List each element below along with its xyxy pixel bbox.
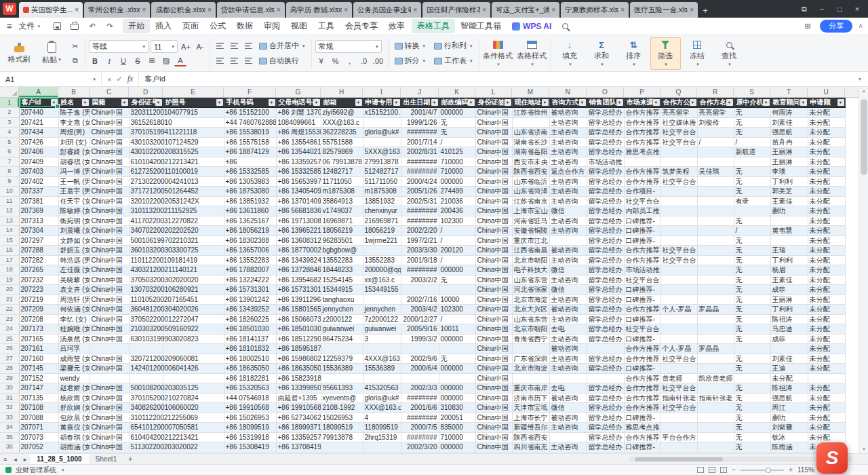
- cell[interactable]: 合作方推荐: [624, 403, 660, 413]
- cell[interactable]: 新航道: [734, 147, 770, 157]
- cell[interactable]: 430321200211140121: [129, 265, 163, 276]
- cell[interactable]: [697, 206, 734, 216]
- cell[interactable]: China中国: [90, 354, 129, 364]
- cell[interactable]: 未分配: [808, 167, 845, 177]
- cell[interactable]: +86 15731301: [224, 285, 276, 295]
- file-tab[interactable]: 医疗五险一金.xlsx×: [630, 2, 698, 18]
- cell[interactable]: 15026953: [321, 413, 363, 423]
- sheet-list-icon[interactable]: ≡: [0, 456, 10, 463]
- cell[interactable]: /: [697, 137, 734, 147]
- decrease-decimal-button[interactable]: .00: [372, 55, 384, 66]
- cell[interactable]: 微信: [549, 403, 587, 413]
- cell[interactable]: /: [439, 137, 475, 147]
- filter-dropdown-icon[interactable]: ▾: [505, 99, 511, 106]
- cell[interactable]: 合作项目-: [624, 187, 660, 197]
- cell[interactable]: 周江: [770, 403, 808, 413]
- print-button[interactable]: [68, 20, 81, 32]
- cell[interactable]: 未分配: [770, 373, 808, 383]
- vertical-align-middle-button[interactable]: [228, 40, 240, 52]
- cell[interactable]: +86 1598680231: [276, 354, 321, 364]
- cell[interactable]: [660, 314, 697, 324]
- cell[interactable]: [697, 216, 734, 226]
- cell[interactable]: 被动咨询: [549, 108, 587, 118]
- cell[interactable]: 王丽淋: [770, 294, 808, 305]
- header-cell[interactable]: 现住地址▾: [512, 98, 549, 108]
- cell[interactable]: China中国: [475, 187, 512, 197]
- cell[interactable]: 未分配: [808, 206, 845, 216]
- cell[interactable]: China中国: [475, 226, 512, 236]
- row-header[interactable]: 18: [0, 265, 19, 276]
- cell[interactable]: China中国: [475, 285, 512, 295]
- cell[interactable]: 82579869: [321, 147, 363, 157]
- cell[interactable]: 留学总经办: [587, 128, 624, 138]
- cell[interactable]: [660, 442, 697, 453]
- cell[interactable]: 主动咨询: [549, 187, 587, 197]
- cell[interactable]: [363, 246, 401, 256]
- cell[interactable]: 个人-罗晶: [660, 344, 697, 354]
- cell[interactable]: 未分配: [808, 413, 845, 423]
- cell[interactable]: 口碑推荐-: [624, 294, 660, 305]
- apps-icon[interactable]: ⊞: [802, 20, 814, 32]
- cell[interactable]: 2003/3/30: [401, 246, 439, 256]
- row-header[interactable]: 2: [0, 108, 19, 118]
- format-painter-button[interactable]: 格式刷: [4, 38, 34, 69]
- filter-dropdown-icon[interactable]: ▾: [616, 99, 623, 106]
- cell[interactable]: 雅思考点推: [624, 423, 660, 433]
- cell[interactable]: 西安市未央: [512, 157, 549, 167]
- cell[interactable]: 广东省深圳: [512, 354, 549, 364]
- align-center-button[interactable]: [228, 55, 240, 66]
- cell[interactable]: 200120: [439, 246, 475, 256]
- cell[interactable]: +86 1971300890: [276, 216, 321, 226]
- cell[interactable]: XXX@163.c: [363, 403, 401, 413]
- cell[interactable]: [129, 344, 163, 354]
- cell[interactable]: ########: [401, 413, 439, 423]
- cell[interactable]: 2001/7/14: [401, 137, 439, 147]
- cell[interactable]: 湖南省长沙: [512, 137, 549, 147]
- cell[interactable]: +86 1565399710: [276, 176, 321, 187]
- column-header-P[interactable]: P: [624, 87, 660, 97]
- cell[interactable]: 主动咨询: [549, 117, 587, 128]
- cell[interactable]: +86 13552283: [224, 255, 276, 265]
- column-header-H[interactable]: H: [321, 87, 363, 97]
- cell[interactable]: China中国: [90, 294, 129, 305]
- cell[interactable]: 留学总经办: [587, 442, 624, 453]
- cell[interactable]: 留学总经办: [587, 423, 624, 433]
- cell[interactable]: 710000: [439, 432, 475, 442]
- cell[interactable]: 留学总经办: [587, 432, 624, 442]
- cell[interactable]: China中国: [475, 354, 512, 364]
- cell[interactable]: China中国: [90, 216, 129, 226]
- cell[interactable]: 社交平台合: [660, 176, 697, 187]
- cell[interactable]: [660, 324, 697, 335]
- cell[interactable]: 710000: [439, 167, 475, 177]
- cell[interactable]: [660, 226, 697, 236]
- cell[interactable]: 成雨莹 (女: [58, 354, 90, 364]
- formula-input[interactable]: 客户id: [139, 74, 852, 84]
- cell[interactable]: China中国: [475, 147, 512, 157]
- cell[interactable]: +86 18182281: [224, 373, 276, 383]
- cell[interactable]: 无: [734, 108, 770, 118]
- column-header-B[interactable]: B: [58, 87, 90, 97]
- header-cell[interactable]: 父母电话号码▾: [276, 98, 321, 108]
- cell[interactable]: 留学总经办: [587, 187, 624, 197]
- cell[interactable]: tanghaoxu: [321, 294, 363, 305]
- cell[interactable]: 5XXX@163.: [363, 147, 401, 157]
- cell[interactable]: +86 1343982452: [276, 255, 321, 265]
- cell[interactable]: [697, 314, 734, 324]
- cell[interactable]: China中国: [475, 117, 512, 128]
- cell[interactable]: 1997/2/21: [401, 235, 439, 246]
- cell[interactable]: 北京市海淀: [512, 294, 549, 305]
- cell[interactable]: China中国: [475, 196, 512, 206]
- cell[interactable]: 江苏省南京: [512, 196, 549, 206]
- cell[interactable]: 王晨宇 (男: [58, 187, 90, 197]
- cell[interactable]: 207297: [19, 235, 58, 246]
- cell[interactable]: 口碑推荐-: [624, 285, 660, 295]
- cell[interactable]: 刘晨曦 (女: [58, 226, 90, 236]
- cell[interactable]: 社交媒体推: [660, 117, 697, 128]
- cell[interactable]: 陈祖涛: [770, 314, 808, 324]
- cell[interactable]: 未分配: [808, 137, 845, 147]
- cell[interactable]: 未分配: [808, 176, 845, 187]
- cell[interactable]: 社交平台合: [624, 324, 660, 335]
- cell[interactable]: +86 13611860: [224, 206, 276, 216]
- cell[interactable]: 000000: [439, 364, 475, 374]
- cell[interactable]: 未分配: [808, 226, 845, 236]
